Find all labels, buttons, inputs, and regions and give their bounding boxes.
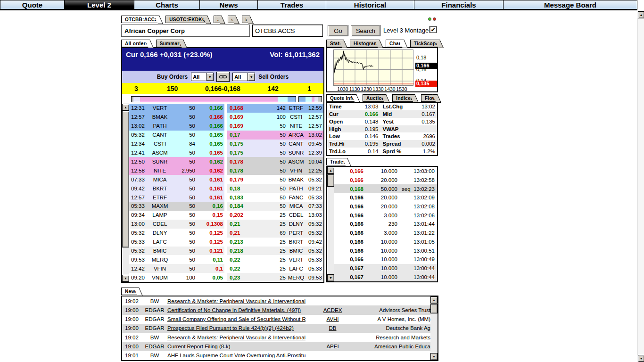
quote-info-tab[interactable]: Flow [421, 94, 438, 102]
ask-row[interactable]: 0,175 50 SUNR 12:39 [227, 148, 323, 157]
news-headline-link[interactable]: Research & Markets: Peripheral Vascular … [167, 335, 305, 340]
symbol-tab[interactable]: 3 [214, 16, 222, 23]
orderbook-tab[interactable]: All orders [121, 40, 150, 47]
ask-row[interactable]: 0,169 100 CSTI 12:57 [227, 113, 323, 122]
link-views-button[interactable] [217, 72, 229, 82]
chevron-down-icon[interactable]: ▼ [248, 73, 255, 81]
chart-tab[interactable]: Stats [326, 40, 344, 47]
trades-tab[interactable]: Trades [326, 158, 347, 165]
news-ticker-link[interactable]: DB [305, 325, 360, 331]
scroll-down-icon[interactable]: ▼ [327, 274, 334, 281]
bid-row[interactable]: 12:31 VERT 50 0,166 [129, 104, 224, 113]
ask-row[interactable]: 0,169 50 NITE 12:57 [227, 122, 323, 131]
nav-tab[interactable]: News [200, 0, 258, 9]
bid-row[interactable]: 12:34 CSTI 84 0,165 [129, 140, 224, 148]
news-ticker-link[interactable]: ACDEX [305, 307, 360, 313]
ask-row[interactable]: 0,17 50 ARCA 13:02 [227, 131, 323, 140]
trades-scrollbar[interactable]: ▲ ▼ [327, 167, 334, 281]
ask-row[interactable]: 0,21 25 DLNY 05:32 [227, 220, 323, 229]
ask-row[interactable]: 0,183 50 FANC 05:33 [227, 193, 323, 202]
ask-row[interactable]: 0,175 50 CANT 09:45 [227, 140, 323, 148]
bid-row[interactable]: 12:41 ASCM 50 0,165 [129, 148, 224, 157]
bid-row[interactable]: 12:50 SUNR 50 0,162 [129, 157, 224, 166]
page-scrollbar[interactable]: ▲ ▼ [637, 11, 644, 362]
news-headline-link[interactable]: Current Report Filing (8-k) [167, 344, 305, 349]
news-scrollbar[interactable]: ▲ ▼ [430, 296, 438, 360]
chart-tab[interactable]: Histogram [350, 40, 380, 47]
scroll-up-icon[interactable]: ▲ [327, 167, 334, 174]
bid-row[interactable]: 12:57 ETRF 50 0,161 [129, 193, 224, 202]
nav-tab[interactable]: Financials [414, 0, 504, 9]
nav-tab[interactable]: Message Board [504, 0, 637, 9]
bid-row[interactable]: 13:00 CDEL 50 0,1308 [129, 220, 224, 229]
bid-row[interactable]: 05:33 LAFC 50 0,125 [129, 238, 224, 247]
bid-row[interactable]: 12:57 BMAK 50 0,166 [129, 113, 224, 122]
orderbook-tab[interactable]: Summary [156, 40, 184, 47]
chart-tab[interactable]: TickScope [410, 40, 440, 47]
ask-row[interactable]: 0,22 25 VERT 05:33 [227, 255, 323, 264]
news-headline-link[interactable]: Certification of No Change in Definitive… [167, 307, 305, 313]
bid-row[interactable]: 05:32 CANT 50 0,165 [129, 131, 224, 140]
nav-tab[interactable]: Charts [134, 0, 200, 9]
scroll-down-icon[interactable]: ▼ [122, 275, 129, 282]
ask-row[interactable]: 0,202 25 CDEL 13:03 [227, 211, 323, 220]
bid-row[interactable]: 09:53 MERQ 50 0,11 [129, 255, 224, 264]
nav-tab[interactable]: Quote [0, 0, 65, 9]
ask-row[interactable]: 0,168 142 ETRF 12:59 [227, 104, 323, 113]
bid-row[interactable]: 07:33 MICA 50 0,161 [129, 175, 224, 184]
news-ticker-link[interactable]: APEI [305, 344, 360, 349]
buy-filter-select[interactable]: All ▼ [191, 73, 214, 81]
news-headline-link[interactable]: Small Company Offering and Sale of Secur… [167, 316, 305, 322]
search-button[interactable]: Search [351, 25, 380, 36]
news-headline-link[interactable]: Research & Markets: Peripheral Vascular … [167, 298, 305, 304]
ask-row[interactable]: 0,184 50 MICA 07:33 [227, 202, 323, 211]
quote-info-tab[interactable]: Indices [392, 94, 415, 102]
news-headline-link[interactable]: Prospectus Filed Pursuant to Rule 424(b)… [167, 325, 305, 331]
scroll-down-icon[interactable]: ▼ [638, 355, 644, 362]
sell-filter-select[interactable]: All ▼ [232, 73, 255, 81]
ask-row[interactable]: 0,178 50 ASCM 10:04 [227, 157, 323, 166]
nav-tab[interactable]: Historical [326, 0, 414, 9]
symbol-tab[interactable]: 5 [242, 16, 250, 23]
scroll-up-icon[interactable]: ▲ [122, 104, 129, 111]
chevron-down-icon[interactable]: ▼ [206, 73, 213, 81]
ask-row[interactable]: 0,18 50 PATH 09:21 [227, 184, 323, 193]
chart-tab[interactable]: Chart [386, 40, 404, 47]
symbol-input[interactable] [252, 25, 323, 37]
bid-row[interactable]: 09:34 LAMP 50 0,15 [129, 211, 224, 220]
symbol-tab[interactable]: OTCBB:ACCS [121, 16, 159, 23]
bid-row[interactable]: 13:02 PATH 50 0,166 [129, 122, 224, 131]
ask-row[interactable]: 0,179 50 BMAK 05:32 [227, 175, 323, 184]
nav-tab[interactable]: Level 2 [65, 0, 134, 9]
quote-info-tab[interactable]: Quote Info [326, 94, 356, 102]
ask-row[interactable]: 0,218 25 BMIC 05:32 [227, 247, 323, 255]
ask-row[interactable]: 0,22 25 LAFC 05:33 [227, 264, 323, 273]
nav-tab[interactable]: Trades [258, 0, 326, 9]
scroll-up-icon[interactable]: ▲ [638, 11, 644, 18]
bid-row[interactable]: 12:58 NITE 2.950 0,162 [129, 166, 224, 175]
montage-checkbox[interactable]: ✔ [429, 26, 437, 33]
scrollbar-thumb[interactable] [327, 174, 334, 187]
symbol-tab[interactable]: 4 [228, 16, 236, 23]
bid-row[interactable]: 09:20 VNDM 100 0,05 [129, 273, 224, 282]
ask-row[interactable]: 0,213 25 BKRT 09:42 [227, 238, 323, 247]
scrollbar-thumb[interactable] [122, 111, 129, 247]
news-tab[interactable]: News [121, 288, 139, 295]
bid-row[interactable]: 05:32 BMIC 50 0,121 [129, 247, 224, 255]
ask-row[interactable]: 0,21 69 PERT 05:32 [227, 229, 323, 238]
quote-info-tab[interactable]: Auction [363, 94, 386, 102]
scrollbar-thumb[interactable] [430, 304, 438, 313]
scroll-up-icon[interactable]: ▲ [430, 296, 438, 304]
bid-row[interactable]: 05:33 MAXM 50 0,16 [129, 202, 224, 211]
bid-row[interactable]: 12:42 VFIN 50 0,1 [129, 264, 224, 273]
bid-row[interactable]: 05:32 DLNY 50 0,125 [129, 229, 224, 238]
bid-row[interactable]: 09:42 BKRT 50 0,161 [129, 184, 224, 193]
go-button[interactable]: Go [328, 25, 348, 36]
ask-row[interactable]: 0,23 25 MERQ 09:53 [227, 273, 323, 282]
news-headline-link[interactable]: AHF Lauds Supreme Court Vote Overturning… [167, 353, 305, 358]
news-ticker-link[interactable]: AVHI [305, 316, 360, 322]
scroll-down-icon[interactable]: ▼ [430, 353, 438, 360]
symbol-tab[interactable]: USOTC:EKDKQ [165, 16, 207, 23]
ask-row[interactable]: 0,178 50 VFIN 12:25 [227, 166, 323, 175]
book-scrollbar[interactable]: ▲ ▼ [122, 104, 129, 282]
